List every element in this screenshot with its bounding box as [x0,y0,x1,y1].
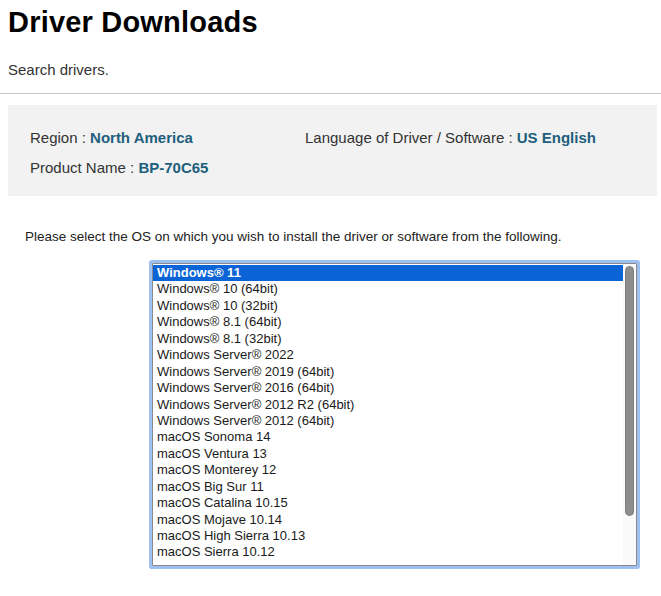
driver-downloads-page: Driver Downloads Search drivers. Region … [0,0,661,596]
language-value-link[interactable]: US English [517,129,596,146]
language-label: Language of Driver / Software : [305,129,517,146]
os-option[interactable]: Windows Server® 2012 (64bit) [153,413,623,429]
language-row: Language of Driver / Software : US Engli… [305,129,596,146]
os-option[interactable]: macOS Sonoma 14 [153,429,623,445]
selection-summary-panel: Region : North America Language of Drive… [8,105,657,196]
os-option[interactable]: Windows® 8.1 (32bit) [153,331,623,347]
page-title: Driver Downloads [8,6,258,39]
os-option[interactable]: Windows® 8.1 (64bit) [153,314,623,330]
os-option[interactable]: Windows Server® 2019 (64bit) [153,364,623,380]
region-label: Region : [30,129,90,146]
os-option[interactable]: Windows Server® 2012 R2 (64bit) [153,397,623,413]
os-option[interactable]: Windows® 11 [153,265,623,281]
listbox-scrollbar-track[interactable] [623,264,636,565]
os-option[interactable]: macOS Mojave 10.14 [153,512,623,528]
os-option[interactable]: macOS Big Sur 11 [153,479,623,495]
os-option[interactable]: Windows Server® 2016 (64bit) [153,380,623,396]
product-row: Product Name : BP-70C65 [30,159,208,176]
os-option[interactable]: Windows Server® 2022 [153,347,623,363]
product-name-value-link[interactable]: BP-70C65 [138,159,208,176]
os-option-list: Windows® 11Windows® 10 (64bit)Windows® 1… [153,265,623,565]
os-option[interactable]: macOS Catalina 10.15 [153,495,623,511]
os-option[interactable]: macOS Monterey 12 [153,462,623,478]
os-select-instruction: Please select the OS on which you wish t… [25,229,562,244]
divider [0,93,661,94]
listbox-scrollbar-thumb[interactable] [625,266,634,516]
os-option[interactable]: macOS Sierra 10.12 [153,544,623,560]
os-option[interactable]: macOS Ventura 13 [153,446,623,462]
os-option[interactable]: Windows® 10 (32bit) [153,298,623,314]
os-listbox[interactable]: Windows® 11Windows® 10 (64bit)Windows® 1… [152,263,637,566]
product-name-label: Product Name : [30,159,138,176]
os-option[interactable]: macOS High Sierra 10.13 [153,528,623,544]
region-value-link[interactable]: North America [90,129,193,146]
region-row: Region : North America [30,129,193,146]
os-option[interactable]: Windows® 10 (64bit) [153,281,623,297]
search-drivers-text: Search drivers. [8,61,109,78]
